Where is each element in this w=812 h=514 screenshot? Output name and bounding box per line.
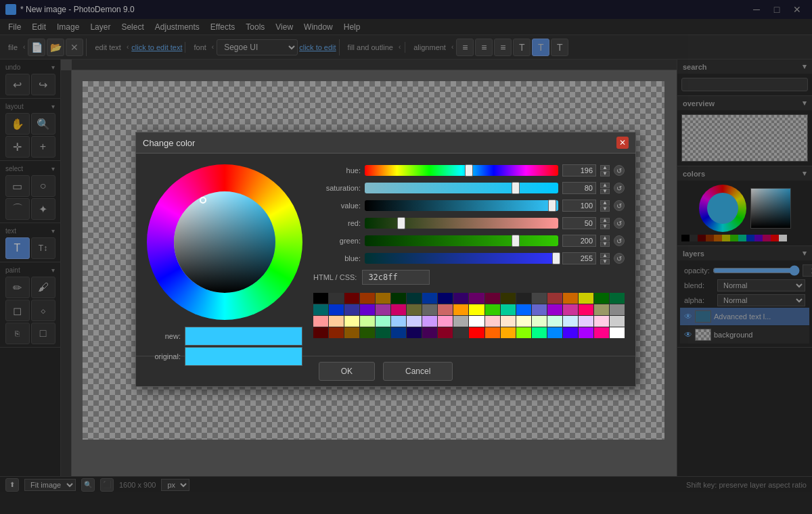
preset-color-swatch[interactable] — [422, 327, 437, 338]
preset-color-swatch[interactable] — [360, 316, 375, 327]
saturation-up[interactable]: ▲ — [600, 183, 610, 188]
preset-color-swatch[interactable] — [344, 304, 359, 315]
file-section-arrow[interactable]: ‹ — [22, 43, 26, 51]
click-to-edit-text-link[interactable]: click to edit text — [131, 43, 182, 51]
preset-color-swatch[interactable] — [501, 304, 516, 315]
preset-color-swatch[interactable] — [376, 304, 390, 315]
preset-color-swatch[interactable] — [485, 327, 500, 338]
preset-color-swatch[interactable] — [344, 293, 359, 304]
preset-color-swatch[interactable] — [422, 304, 437, 315]
layers-bottom-button[interactable]: ⬆ — [5, 478, 19, 492]
preset-color-swatch[interactable] — [407, 316, 422, 327]
blue-up[interactable]: ▲ — [600, 253, 610, 258]
preset-color-swatch[interactable] — [329, 327, 344, 338]
paint-arrow[interactable]: ▾ — [51, 266, 55, 274]
preset-color-swatch[interactable] — [594, 316, 609, 327]
minimize-button[interactable]: ─ — [747, 3, 766, 16]
preset-color-swatch[interactable] — [391, 304, 406, 315]
colors-collapse-icon[interactable]: ▾ — [803, 169, 807, 178]
menu-window[interactable]: Window — [298, 21, 338, 33]
search-collapse-icon[interactable]: ▾ — [803, 62, 807, 71]
color-gradient-box[interactable] — [174, 191, 275, 293]
layout-arrow[interactable]: ▾ — [51, 103, 55, 110]
swatch[interactable] — [714, 235, 722, 241]
preset-color-swatch[interactable] — [579, 293, 593, 304]
preset-color-swatch[interactable] — [376, 316, 390, 327]
layers-panel-header[interactable]: layers ▾ — [677, 246, 812, 260]
preset-color-swatch[interactable] — [313, 304, 328, 315]
opacity-slider[interactable] — [713, 267, 800, 274]
preset-color-swatch[interactable] — [407, 293, 422, 304]
value-up[interactable]: ▲ — [600, 200, 610, 206]
new-color-swatch[interactable] — [185, 327, 302, 346]
blue-slider[interactable] — [365, 253, 558, 264]
red-input[interactable] — [562, 217, 596, 229]
preset-color-swatch[interactable] — [610, 327, 625, 338]
preset-color-swatch[interactable] — [344, 316, 359, 327]
new-button[interactable]: 📄 — [28, 39, 45, 56]
menu-file[interactable]: File — [3, 21, 26, 33]
swatch[interactable] — [779, 235, 787, 241]
save-button[interactable]: ✕ — [66, 39, 83, 56]
preset-color-swatch[interactable] — [501, 327, 516, 338]
preset-color-swatch[interactable] — [329, 304, 344, 315]
saturation-input[interactable] — [562, 182, 596, 194]
color-selector-dot[interactable] — [200, 197, 206, 204]
preset-color-swatch[interactable] — [453, 327, 468, 338]
color-wheel-container[interactable]: new: original: — [147, 164, 302, 320]
menu-tools[interactable]: Tools — [240, 21, 270, 33]
text-tool[interactable]: T — [5, 237, 30, 259]
preset-color-swatch[interactable] — [438, 304, 453, 315]
preset-color-swatch[interactable] — [391, 293, 406, 304]
red-up[interactable]: ▲ — [600, 218, 610, 223]
green-down[interactable]: ▼ — [600, 241, 610, 247]
color-wheel-small[interactable] — [699, 185, 746, 232]
preset-color-swatch[interactable] — [610, 293, 625, 304]
red-down[interactable]: ▼ — [600, 224, 610, 229]
preset-color-swatch[interactable] — [453, 293, 468, 304]
preset-color-swatch[interactable] — [485, 304, 500, 315]
edittext-section-arrow[interactable]: ‹ — [125, 43, 130, 51]
rotate-tool[interactable]: + — [31, 136, 55, 158]
cancel-button[interactable]: Cancel — [383, 362, 453, 381]
preset-color-swatch[interactable] — [610, 316, 625, 327]
font-section-arrow[interactable]: ‹ — [210, 43, 215, 51]
value-input[interactable] — [562, 200, 596, 212]
preset-color-swatch[interactable] — [516, 316, 531, 327]
green-slider[interactable] — [365, 235, 558, 246]
preset-color-swatch[interactable] — [344, 327, 359, 338]
menu-edit[interactable]: Edit — [26, 21, 51, 33]
eraser-tool[interactable]: ◻ — [5, 300, 30, 321]
preset-color-swatch[interactable] — [485, 293, 500, 304]
ellipse-select-tool[interactable]: ○ — [31, 175, 55, 197]
click-to-edit-link[interactable]: click to edit — [299, 43, 336, 51]
value-thumb[interactable] — [548, 200, 556, 212]
ok-button[interactable]: OK — [319, 362, 375, 381]
preset-color-swatch[interactable] — [547, 304, 562, 315]
preset-color-swatch[interactable] — [594, 293, 609, 304]
preset-color-swatch[interactable] — [516, 293, 531, 304]
search-panel-header[interactable]: search ▾ — [677, 60, 812, 74]
preset-color-swatch[interactable] — [563, 316, 578, 327]
opacity-value-input[interactable] — [803, 264, 812, 277]
undo-arrow[interactable]: ▾ — [51, 64, 55, 71]
colors-panel-header[interactable]: colors ▾ — [677, 166, 812, 181]
hue-input[interactable] — [562, 164, 596, 177]
red-thumb[interactable] — [397, 217, 405, 229]
menu-help[interactable]: Help — [338, 21, 366, 33]
preset-color-swatch[interactable] — [407, 304, 422, 315]
shape-tool[interactable]: □ — [31, 323, 55, 344]
preset-color-swatch[interactable] — [360, 327, 375, 338]
preset-color-swatch[interactable] — [579, 316, 593, 327]
layers-collapse-icon[interactable]: ▾ — [803, 249, 807, 258]
lasso-tool[interactable]: ⌒ — [5, 198, 30, 220]
rect-select-tool[interactable]: ▭ — [5, 175, 30, 197]
pencil-tool[interactable]: ✏ — [5, 277, 30, 298]
preset-color-swatch[interactable] — [438, 316, 453, 327]
open-button[interactable]: 📂 — [47, 39, 64, 56]
preset-color-swatch[interactable] — [469, 316, 484, 327]
hand-tool[interactable]: ✋ — [5, 113, 30, 135]
alpha-mode-select[interactable]: Normal — [717, 294, 805, 306]
preset-color-swatch[interactable] — [453, 304, 468, 315]
swatch[interactable] — [771, 235, 779, 241]
